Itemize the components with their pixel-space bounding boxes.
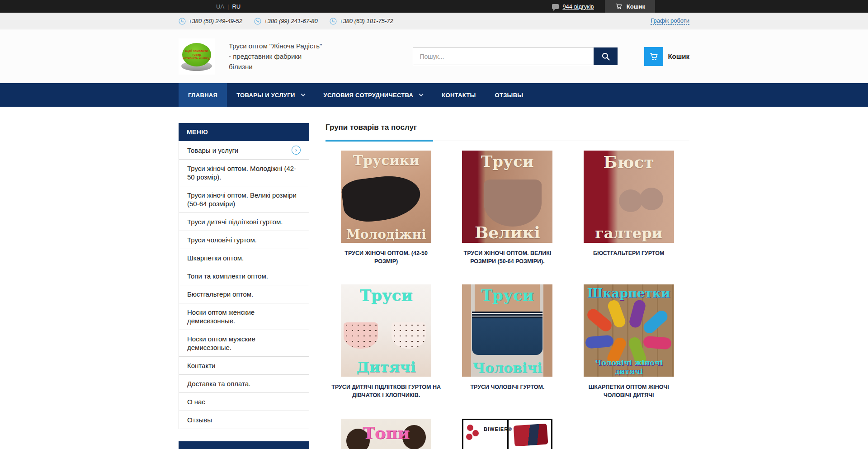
phone-link[interactable]: +380 (50) 249-49-52: [179, 18, 242, 25]
category-image: Шкарпетки Чоловічі жіночі дитячі: [584, 284, 674, 377]
category-image: Труси Дитячі: [341, 284, 431, 377]
image-overlay-text: Чоловічі: [462, 360, 552, 376]
image-overlay-text: Дитячі: [341, 359, 431, 376]
sidebar-item-label: Отзывы: [187, 416, 301, 424]
sidebar-item-men[interactable]: Труси чоловічі гуртом.: [179, 231, 309, 249]
image-overlay-text: галтери: [584, 225, 674, 242]
sidebar-item-label: Труси жіночі оптом. Великі розміри (50-6…: [187, 191, 301, 208]
topbar-cart-button[interactable]: Кошик: [605, 0, 655, 13]
main-navigation: ГЛАВНАЯ ТОВАРЫ И УСЛУГИ УСЛОВИЯ СОТРУДНИ…: [0, 83, 868, 107]
sidebar-item-socks-men[interactable]: Носки оптом мужские демисезоные.: [179, 330, 309, 356]
sidebar-item-label: Бюстгальтери оптом.: [187, 290, 301, 298]
sidebar-menu: МЕНЮ Товары и услуги › Труси жіночі опто…: [179, 123, 309, 449]
phone-number: +380 (50) 249-49-52: [189, 18, 242, 24]
sidebar-item-label: Носки оптом женские демисезонные.: [187, 308, 301, 325]
cart-icon: [649, 52, 659, 61]
topbar-cart-label: Кошик: [627, 3, 645, 10]
language-switcher: UA | RU: [216, 3, 241, 10]
sidebar-item-label: Контакти: [187, 361, 301, 370]
nav-item-home[interactable]: ГЛАВНАЯ: [179, 83, 227, 107]
site-logo[interactable]: Щоб замовити товар натисніть кнопку!: [179, 38, 215, 75]
category-card-biweier[interactable]: BIWEIER®: [447, 419, 568, 449]
category-card-women-large[interactable]: Труси Великі ТРУСИ ЖІНОЧІ ОПТОМ. ВЕЛИКІ …: [447, 151, 568, 265]
sidebar-item-label: Шкарпетки оптом.: [187, 254, 301, 262]
cart-icon-box: [644, 47, 663, 66]
phone-link[interactable]: +380 (63) 181-75-72: [330, 18, 393, 25]
sidebar-item-contacts[interactable]: Контакти: [179, 356, 309, 374]
image-overlay-text: Труси: [341, 286, 431, 304]
category-card-men[interactable]: Труси Чоловічі ТРУСИ ЧОЛОВІЧІ ГУРТОМ.: [447, 284, 568, 399]
reviews-link[interactable]: 944 відгуків: [552, 3, 594, 10]
phone-link[interactable]: +380 (99) 241-67-80: [254, 18, 318, 25]
sidebar-item-kids[interactable]: Труси дитячі підліткові гуртом.: [179, 213, 309, 231]
sidebar-item-socks-women[interactable]: Носки оптом женские демисезонные.: [179, 303, 309, 330]
category-card-bras[interactable]: Бюст галтери БЮСТГАЛЬТЕРИ ГУРТОМ: [568, 151, 689, 265]
category-caption: ТРУСИ ЖІНОЧІ ОПТОМ. (42-50 РОЗМІР): [334, 249, 438, 265]
logo-green-button: Щоб замовити товар натисніть кнопку!: [182, 43, 211, 66]
nav-item-reviews[interactable]: ОТЗЫВЫ: [486, 83, 533, 107]
category-image: Бюст галтери: [584, 151, 674, 243]
site-title: Труси оптом "Жіноча Радість" - представн…: [229, 41, 355, 72]
image-overlay-text: Молодіжні: [341, 227, 431, 242]
nav-item-cooperation[interactable]: УСЛОВИЯ СОТРУДНИЧЕСТВА: [314, 83, 433, 107]
category-caption: ШКАРПЕТКИ ОПТОМ ЖІНОЧІ ЧОЛОВІЧІ ДИТЯЧІ: [577, 383, 681, 399]
search-button[interactable]: [594, 47, 618, 65]
sidebar-item-bras[interactable]: Бюстгальтери оптом.: [179, 285, 309, 303]
image-overlay-text: Труси: [462, 286, 552, 304]
sidebar-item-products[interactable]: Товары и услуги ›: [179, 141, 309, 159]
nav-item-contacts[interactable]: КОНТАКТЫ: [432, 83, 485, 107]
search-input[interactable]: [413, 47, 594, 65]
header-cart-button[interactable]: Кошик: [644, 47, 689, 66]
sidebar-item-label: Доставка та оплата.: [187, 379, 301, 388]
phone-icon: [179, 18, 186, 25]
sidebar-item-delivery[interactable]: Доставка та оплата.: [179, 374, 309, 392]
cart-icon: [615, 3, 623, 10]
chevron-down-icon: [301, 92, 305, 96]
sidebar-item-tops[interactable]: Топи та комплекти оптом.: [179, 267, 309, 285]
image-overlay-text: Топи: [341, 423, 431, 442]
site-title-line: - представник фабрики: [229, 51, 355, 61]
nav-item-products[interactable]: ТОВАРЫ И УСЛУГИ: [227, 83, 314, 107]
image-overlay-text: Шкарпетки: [584, 286, 674, 300]
sidebar-item-label: Труси чоловічі гуртом.: [187, 236, 301, 244]
lang-ua-link[interactable]: UA: [216, 3, 224, 10]
category-image: Труси Великі: [462, 151, 552, 243]
logo-text: натисніть кнопку!: [183, 57, 211, 60]
sidebar-item-women-large[interactable]: Труси жіночі оптом. Великі розміри (50-6…: [179, 186, 309, 213]
category-card-socks[interactable]: Шкарпетки Чоловічі жіночі дитячі ШКАРПЕТ…: [568, 284, 689, 399]
work-schedule-link[interactable]: Графік роботи: [651, 17, 689, 25]
sidebar-item-socks[interactable]: Шкарпетки оптом.: [179, 249, 309, 267]
site-header: Щоб замовити товар натисніть кнопку! Тру…: [0, 29, 868, 83]
phone-icon: [254, 18, 261, 25]
phone-icon: [330, 18, 337, 25]
search-form: [413, 47, 618, 65]
category-card-tops[interactable]: Топи: [326, 419, 447, 449]
sidebar-item-about[interactable]: О нас: [179, 392, 309, 411]
header-cart-label: Кошик: [668, 52, 689, 60]
category-image: Топи: [341, 419, 431, 449]
comment-icon: [552, 4, 559, 9]
site-title-line: білизни: [229, 61, 355, 72]
sidebar-item-women-youth[interactable]: Труси жіночі оптом. Молодіжні (42-50 роз…: [179, 159, 309, 186]
category-grid: Трусики Молодіжні ТРУСИ ЖІНОЧІ ОПТОМ. (4…: [326, 151, 689, 449]
lang-ru-link[interactable]: RU: [232, 3, 241, 10]
category-image: Труси Чоловічі: [462, 284, 552, 377]
sidebar-menu-title: МЕНЮ: [179, 123, 309, 141]
page-title: Групи товарів та послуг: [326, 123, 689, 132]
image-overlay-text: Трусики: [341, 152, 431, 168]
sidebar-secondary-header: [179, 441, 309, 449]
reviews-count-label: 944 відгуків: [562, 3, 594, 10]
phone-number: +380 (63) 181-75-72: [340, 18, 393, 24]
page-heading-row: Групи товарів та послуг: [326, 123, 689, 141]
category-caption: БЮСТГАЛЬТЕРИ ГУРТОМ: [593, 249, 664, 257]
sidebar-item-label: Носки оптом мужские демисезоные.: [187, 335, 301, 352]
sidebar-item-reviews[interactable]: Отзывы: [179, 411, 309, 429]
sidebar-item-label: Товары и услуги: [187, 146, 288, 155]
category-caption: ТРУСИ ЧОЛОВІЧІ ГУРТОМ.: [470, 383, 544, 391]
image-overlay-text: Чоловічі жіночі дитячі: [584, 359, 674, 376]
chevron-down-icon: [419, 92, 424, 96]
image-overlay-text: Бюст: [584, 152, 674, 171]
category-card-kids[interactable]: Труси Дитячі ТРУСИ ДИТЯЧІ ПІДЛІТКОВІ ГУР…: [326, 284, 447, 399]
category-card-women-youth[interactable]: Трусики Молодіжні ТРУСИ ЖІНОЧІ ОПТОМ. (4…: [326, 151, 447, 265]
lang-separator: |: [227, 3, 229, 10]
